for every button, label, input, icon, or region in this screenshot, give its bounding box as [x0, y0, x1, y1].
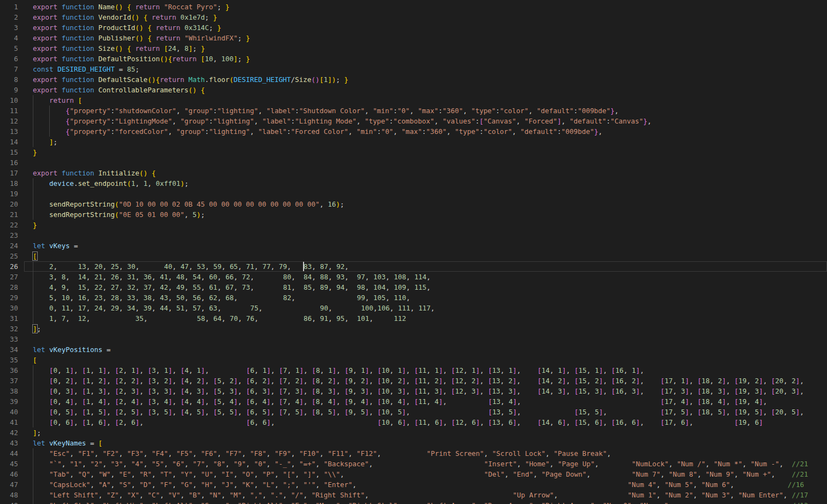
- code-line[interactable]: 6export function DefaultPosition(){retur…: [0, 54, 827, 64]
- code-line[interactable]: 9export function ControllableParameters(…: [0, 85, 827, 95]
- line-number[interactable]: 49: [0, 500, 18, 504]
- line-number[interactable]: 16: [0, 157, 18, 168]
- line-number[interactable]: 10: [0, 95, 18, 106]
- code-line[interactable]: 24let vKeys =: [0, 241, 827, 251]
- line-number[interactable]: 17: [0, 168, 18, 178]
- line-number[interactable]: 22: [0, 220, 18, 230]
- line-number[interactable]: 36: [0, 365, 18, 376]
- code-line[interactable]: 12 {"property":"LightingMode", "group":"…: [0, 116, 827, 126]
- line-number[interactable]: 42: [0, 427, 18, 438]
- line-number[interactable]: 21: [0, 209, 18, 220]
- line-number[interactable]: 48: [0, 490, 18, 500]
- code-line[interactable]: 300, 11, 17, 24, 29, 34, 39, 44, 51, 57,…: [0, 303, 827, 313]
- line-number[interactable]: 12: [0, 116, 18, 126]
- line-number[interactable]: 45: [0, 459, 18, 469]
- code-line[interactable]: 33: [0, 334, 827, 344]
- code-line[interactable]: 18 device.set_endpoint(1, 1, 0xff01);: [0, 178, 827, 189]
- line-number[interactable]: 27: [0, 272, 18, 282]
- line-number[interactable]: 26: [0, 261, 18, 272]
- line-number[interactable]: 39: [0, 396, 18, 407]
- code-line[interactable]: 21 sendReportString("0E 05 01 00 00", 5)…: [0, 209, 827, 220]
- line-number[interactable]: 29: [0, 292, 18, 303]
- code-editor[interactable]: 1export function Name() { return "Roccat…: [0, 0, 827, 504]
- code-line[interactable]: 34let vKeyPositions =: [0, 344, 827, 355]
- line-number[interactable]: 33: [0, 334, 18, 344]
- code-line[interactable]: 22}: [0, 220, 827, 230]
- line-number[interactable]: 43: [0, 438, 18, 448]
- line-number[interactable]: 35: [0, 355, 18, 365]
- code-line[interactable]: 44"Esc", "F1", "F2", "F3", "F4", "F5", "…: [0, 448, 827, 459]
- line-number[interactable]: 25: [0, 251, 18, 261]
- code-line[interactable]: 311, 7, 12,35,58, 64, 70, 76,86, 91, 95,…: [0, 313, 827, 324]
- code-line[interactable]: 3export function ProductId() { return 0x…: [0, 22, 827, 33]
- code-line[interactable]: 25[: [0, 251, 827, 261]
- line-number[interactable]: 6: [0, 54, 18, 64]
- code-line[interactable]: 4export function Publisher() { return "W…: [0, 33, 827, 43]
- line-number[interactable]: 7: [0, 64, 18, 74]
- line-number[interactable]: 13: [0, 126, 18, 137]
- line-number[interactable]: 44: [0, 448, 18, 459]
- line-number[interactable]: 31: [0, 313, 18, 324]
- code-line[interactable]: 284, 9,15, 22, 27, 32, 37, 42, 49, 55, 6…: [0, 282, 827, 292]
- line-number[interactable]: 30: [0, 303, 18, 313]
- code-line[interactable]: 5export function Size() { return [24, 8]…: [0, 43, 827, 54]
- line-number[interactable]: 23: [0, 230, 18, 241]
- code-line[interactable]: 42];: [0, 427, 827, 438]
- code-line[interactable]: 48"Left Shift", "Z", "X", "C", "V", "B",…: [0, 490, 827, 500]
- code-line[interactable]: 16: [0, 157, 827, 168]
- code-line[interactable]: 37[0, 2], [1, 2], [2, 2], [3, 2], [4, 2]…: [0, 376, 827, 386]
- line-number[interactable]: 34: [0, 344, 18, 355]
- code-line[interactable]: 36[0, 1], [1, 1], [2, 1], [3, 1], [4, 1]…: [0, 365, 827, 376]
- line-number[interactable]: 19: [0, 189, 18, 199]
- code-line[interactable]: 43let vKeyNames = [: [0, 438, 827, 448]
- line-number[interactable]: 14: [0, 137, 18, 147]
- line-number[interactable]: 8: [0, 74, 18, 85]
- code-line[interactable]: 45"`", "1", "2", "3", "4", "5", "6", "7"…: [0, 459, 827, 469]
- line-number[interactable]: 32: [0, 324, 18, 334]
- code-line[interactable]: 273, 8,14, 21, 26, 31, 36, 41, 48, 54, 6…: [0, 272, 827, 282]
- line-number[interactable]: 40: [0, 407, 18, 417]
- code-token: "type": [365, 117, 389, 125]
- code-line[interactable]: 13 {"property":"forcedColor", "group":"l…: [0, 126, 827, 137]
- code-line[interactable]: 38[0, 3], [1, 3], [2, 3], [3, 3], [4, 3]…: [0, 386, 827, 396]
- line-number[interactable]: 47: [0, 479, 18, 490]
- line-number[interactable]: 1: [0, 2, 18, 12]
- line-number[interactable]: 3: [0, 22, 18, 33]
- code-line[interactable]: 23: [0, 230, 827, 241]
- code-line[interactable]: 35[: [0, 355, 827, 365]
- line-number[interactable]: 20: [0, 199, 18, 209]
- code-line[interactable]: 46"Tab", "Q", "W", "E", "R", "T", "Y", "…: [0, 469, 827, 479]
- line-number[interactable]: 5: [0, 43, 18, 54]
- line-number[interactable]: 15: [0, 147, 18, 157]
- code-line[interactable]: 19: [0, 189, 827, 199]
- code-line[interactable]: 20 sendReportString("0D 10 00 00 02 0B 4…: [0, 199, 827, 209]
- code-line[interactable]: 8export function DefaultScale(){return M…: [0, 74, 827, 85]
- line-number[interactable]: 37: [0, 376, 18, 386]
- code-line[interactable]: 1export function Name() { return "Roccat…: [0, 2, 827, 12]
- line-number[interactable]: 2: [0, 12, 18, 22]
- code-line[interactable]: 17export function Initialize() {: [0, 168, 827, 178]
- line-number[interactable]: 38: [0, 386, 18, 396]
- code-line[interactable]: 7const DESIRED_HEIGHT = 85;: [0, 64, 827, 74]
- line-number[interactable]: 11: [0, 106, 18, 116]
- code-line[interactable]: 39[0, 4], [1, 4], [2, 4], [3, 4], [4, 4]…: [0, 396, 827, 407]
- line-number[interactable]: 18: [0, 178, 18, 189]
- line-number[interactable]: 46: [0, 469, 18, 479]
- code-line[interactable]: 14 ];: [0, 137, 827, 147]
- line-number[interactable]: 24: [0, 241, 18, 251]
- code-line[interactable]: 32];: [0, 324, 827, 334]
- code-line[interactable]: 49"Left Ctrl", "Left Win", "Left Alt", "…: [0, 500, 827, 504]
- code-line[interactable]: 41[0, 6], [1, 6], [2, 6],[6, 6],[10, 6],…: [0, 417, 827, 427]
- code-line[interactable]: 11 {"property":"shutdownColor", "group":…: [0, 106, 827, 116]
- line-number[interactable]: 4: [0, 33, 18, 43]
- code-line[interactable]: 295, 10, 16, 23, 28, 33, 38, 43, 50, 56,…: [0, 292, 827, 303]
- line-number[interactable]: 28: [0, 282, 18, 292]
- code-line[interactable]: 40[0, 5], [1, 5], [2, 5], [3, 5], [4, 5]…: [0, 407, 827, 417]
- code-line[interactable]: 47"CapsLock", "A", "S", "D", "F", "G", "…: [0, 479, 827, 490]
- code-line[interactable]: 10 return [: [0, 95, 827, 106]
- line-number[interactable]: 41: [0, 417, 18, 427]
- line-number[interactable]: 9: [0, 85, 18, 95]
- code-line[interactable]: 2export function VendorId() { return 0x1…: [0, 12, 827, 22]
- code-line[interactable]: 262,13, 20, 25, 30,40, 47, 53, 59, 65, 7…: [0, 261, 827, 272]
- code-line[interactable]: 15}: [0, 147, 827, 157]
